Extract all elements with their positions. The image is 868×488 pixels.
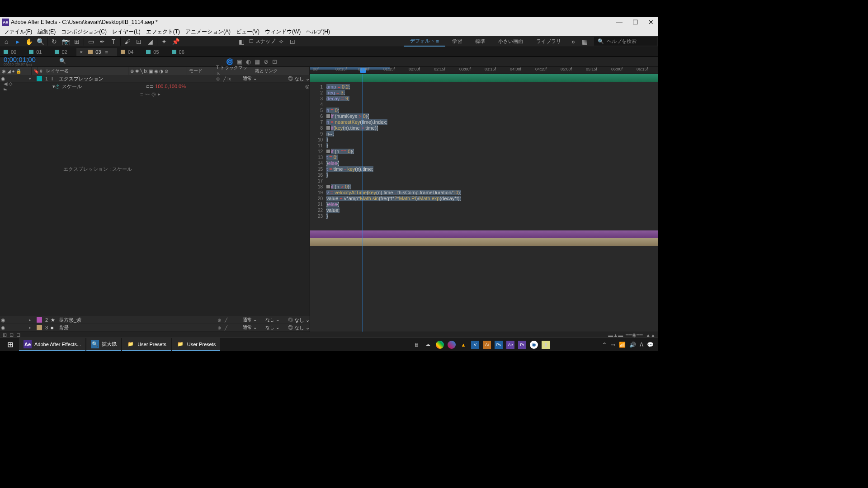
- panel-toggle-icon[interactable]: ▦: [579, 37, 590, 47]
- taskbar-app-presets1[interactable]: 📁 User Presets: [122, 338, 171, 351]
- comp-tab-03[interactable]: × 03 ≡: [76, 48, 117, 56]
- time-ruler[interactable]: 00f 00:15f 01:00f 01:15f 02:00f 02:15f 0…: [310, 67, 658, 74]
- workspace-default[interactable]: デフォルト ≡: [404, 36, 445, 47]
- tray-ps-icon[interactable]: Ps: [495, 341, 503, 349]
- rect-tool[interactable]: ▭: [85, 37, 96, 47]
- zoom-in-icon[interactable]: ▲▲: [646, 333, 656, 338]
- tray-icon[interactable]: ◉: [530, 341, 538, 349]
- frame-blend-icon[interactable]: ▦: [255, 58, 260, 65]
- expr-enable-icon[interactable]: =: [140, 92, 143, 97]
- tray-notifications-icon[interactable]: 💬: [647, 342, 654, 348]
- current-timecode[interactable]: 0;00;01;00: [4, 57, 56, 62]
- twirl-icon[interactable]: ▸: [29, 318, 35, 322]
- roto-tool[interactable]: ✦: [159, 37, 170, 47]
- camera-tool[interactable]: 📷: [60, 37, 71, 47]
- orbit-tool[interactable]: ↻: [49, 37, 60, 47]
- eraser-tool[interactable]: ◢: [145, 37, 156, 47]
- snap-toggle[interactable]: ☐ スナップ: [249, 38, 275, 45]
- workspace-more-icon[interactable]: »: [568, 37, 579, 47]
- local-axis-icon[interactable]: ◧: [236, 37, 247, 47]
- zoom-out-icon[interactable]: ▬▲▬: [608, 333, 623, 338]
- twirl-icon[interactable]: ▸: [29, 325, 35, 330]
- tray-ai-icon[interactable]: Ai: [483, 341, 491, 349]
- text-tool[interactable]: T: [108, 37, 119, 47]
- hand-tool[interactable]: ✋: [24, 37, 34, 47]
- tray-wifi-icon[interactable]: 📶: [619, 342, 626, 348]
- timeline-search-icon[interactable]: 🔍: [59, 58, 67, 66]
- tray-v-icon[interactable]: V: [471, 341, 479, 349]
- pan-behind-tool[interactable]: ⊞: [71, 37, 82, 47]
- puppet-tool[interactable]: 📌: [170, 37, 181, 47]
- close-button[interactable]: ✕: [648, 19, 654, 26]
- taskbar-app-magnifier[interactable]: 🔍 拡大鏡: [86, 338, 121, 351]
- expr-graph-icon[interactable]: 〰: [145, 92, 150, 97]
- menu-effect[interactable]: エフェクト(T): [143, 27, 183, 37]
- help-search[interactable]: 🔍ヘルプを検索: [594, 37, 657, 46]
- expr-language-icon[interactable]: ▸: [158, 91, 160, 97]
- tray-icon[interactable]: ☁: [424, 341, 432, 349]
- workspace-small[interactable]: 小さい画面: [492, 38, 529, 45]
- start-button[interactable]: ⊞: [1, 338, 19, 351]
- comp-tab-06[interactable]: 06: [168, 48, 193, 56]
- menu-layer[interactable]: レイヤー(L): [109, 27, 143, 37]
- motion-blur-icon[interactable]: ⊘: [264, 58, 269, 65]
- visibility-toggle[interactable]: ◉: [0, 317, 6, 323]
- workspace-standard[interactable]: 標準: [469, 38, 491, 45]
- comp-tab-04[interactable]: 04: [117, 48, 142, 56]
- work-area-bar[interactable]: [310, 67, 390, 70]
- selection-tool[interactable]: ▸: [12, 37, 23, 47]
- window-title: Adobe After Effects - C:\Users\kawah\Des…: [11, 19, 158, 25]
- layer-row-1[interactable]: ◉ ▾ 1 T エクスプレッション ⊕ ╱ fx 通常 ⌄ ◎ なし ⌄: [0, 75, 310, 83]
- stopwatch-icon[interactable]: ⏱: [55, 84, 60, 89]
- minimize-button[interactable]: —: [616, 19, 623, 26]
- scale-property-row[interactable]: ◀ ◇ ▶ ▾ ⏱ スケール ⊂⊃ 100.0,100.0% ◎: [0, 83, 310, 90]
- tray-volume-icon[interactable]: 🔊: [629, 342, 636, 348]
- taskbar-app-ae[interactable]: Ae Adobe After Effects...: [19, 338, 85, 351]
- expr-pickwhip-icon[interactable]: ◎: [151, 91, 156, 97]
- tray-icon[interactable]: 🖥: [412, 341, 420, 349]
- scale-value[interactable]: 100.0,100.0%: [155, 84, 192, 89]
- tray-chrome-icon[interactable]: [436, 341, 444, 349]
- tray-cc-icon[interactable]: [448, 341, 456, 349]
- tray-ime-icon[interactable]: A: [640, 342, 643, 348]
- pen-tool[interactable]: ✒: [97, 37, 108, 47]
- tray-ae-icon[interactable]: Ae: [506, 341, 514, 349]
- comp-tab-00[interactable]: 00: [0, 48, 25, 56]
- comp-tab-05[interactable]: 05: [142, 48, 168, 56]
- tray-chevron-icon[interactable]: ⌃: [602, 342, 607, 348]
- menu-help[interactable]: ヘルプ(H): [303, 27, 333, 37]
- code-area[interactable]: amp = 0.2; freq = 3; decay = 9; n = 0; i…: [325, 83, 657, 228]
- tray-icon[interactable]: ▲: [459, 341, 467, 349]
- playhead-line[interactable]: [363, 74, 363, 332]
- twirl-icon[interactable]: ▾: [29, 76, 35, 81]
- menu-animation[interactable]: アニメーション(A): [183, 27, 233, 37]
- comp-tab-02[interactable]: 02: [51, 48, 76, 56]
- layer-row-3[interactable]: ◉ ▸ 3 ■ 背景 ⊕ ╱ 通常 ⌄ なし ⌄ ◎ なし ⌄: [0, 324, 310, 332]
- clone-tool[interactable]: ⊡: [133, 37, 144, 47]
- comp-tab-01[interactable]: 01: [25, 48, 51, 56]
- layer-row-2[interactable]: ◉ ▸ 2 ★ 長方形_紫 ⊕ ╱ 通常 ⌄ なし ⌄ ◎ なし ⌄: [0, 316, 310, 324]
- draft3d-icon[interactable]: ▣: [237, 58, 242, 65]
- shy-icon[interactable]: ◐: [246, 58, 251, 65]
- taskbar-app-presets2[interactable]: 📁 User Presets: [172, 338, 221, 351]
- tray-battery-icon[interactable]: ▭: [610, 342, 615, 348]
- snap-opt2-icon[interactable]: ⊡: [287, 37, 298, 47]
- comp-flowchart-icon[interactable]: 🌀: [226, 58, 233, 65]
- menu-view[interactable]: ビュー(V): [233, 27, 262, 37]
- menu-file[interactable]: ファイル(F): [1, 27, 35, 37]
- tray-pr-icon[interactable]: Pr: [518, 341, 526, 349]
- home-tool[interactable]: ⌂: [1, 37, 12, 47]
- menu-composition[interactable]: コンポジション(C): [58, 27, 109, 37]
- tray-note-icon[interactable]: ▮: [542, 341, 550, 349]
- visibility-toggle[interactable]: ◉: [0, 325, 6, 331]
- menu-edit[interactable]: 編集(E): [35, 27, 58, 37]
- snap-opt1-icon[interactable]: ✧: [276, 37, 287, 47]
- zoom-tool[interactable]: 🔍: [35, 37, 46, 47]
- brush-tool[interactable]: 🖌: [122, 37, 133, 47]
- expression-label: エクスプレッション : スケール: [0, 98, 310, 173]
- graph-editor-icon[interactable]: ⊡: [272, 58, 277, 65]
- menu-window[interactable]: ウィンドウ(W): [262, 27, 303, 37]
- workspace-library[interactable]: ライブラリ: [530, 38, 567, 45]
- maximize-button[interactable]: ☐: [632, 19, 638, 26]
- workspace-learn[interactable]: 学習: [446, 38, 468, 45]
